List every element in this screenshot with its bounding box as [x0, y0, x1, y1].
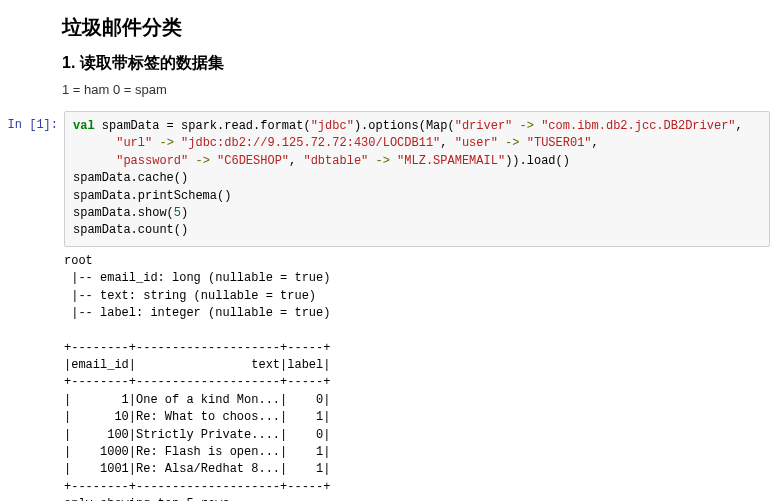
stdout-area: root |-- email_id: long (nullable = true… — [64, 247, 770, 501]
code-text: ) — [181, 206, 188, 220]
empty-prompt — [0, 247, 64, 253]
code-cell-1: In [1]: val spamData = spark.read.format… — [0, 111, 780, 247]
string-literal: "driver" — [455, 119, 513, 133]
stdout-row: root |-- email_id: long (nullable = true… — [0, 247, 780, 501]
code-text: = — [159, 119, 181, 133]
code-text: )).load() — [505, 154, 570, 168]
input-prompt: In [1]: — [0, 111, 64, 133]
arrow-op: -> — [498, 136, 527, 150]
notebook-root: 垃圾邮件分类 1. 读取带标签的数据集 1 = ham 0 = spam In … — [0, 14, 780, 501]
code-text: spark.read.format( — [181, 119, 311, 133]
string-literal: "password" — [116, 154, 188, 168]
string-literal: "jdbc:db2://9.125.72.72:430/LOCDB11" — [181, 136, 440, 150]
section-caption: 1 = ham 0 = spam — [62, 82, 768, 97]
code-text: spamData.cache() — [73, 171, 188, 185]
code-text: , — [592, 136, 599, 150]
section-title: 1. 读取带标签的数据集 — [62, 53, 768, 74]
string-literal: "user" — [455, 136, 498, 150]
string-literal: "dbtable" — [303, 154, 368, 168]
keyword-val: val — [73, 119, 95, 133]
code-text: spamData.show( — [73, 206, 174, 220]
string-literal: "jdbc" — [311, 119, 354, 133]
code-input-area[interactable]: val spamData = spark.read.format("jdbc")… — [64, 111, 770, 247]
arrow-op: -> — [512, 119, 541, 133]
code-text: spamData.printSchema() — [73, 189, 231, 203]
code-text: , — [736, 119, 743, 133]
arrow-op: -> — [368, 154, 397, 168]
string-literal: "TUSER01" — [527, 136, 592, 150]
page-title: 垃圾邮件分类 — [62, 14, 768, 41]
markdown-cell: 垃圾邮件分类 1. 读取带标签的数据集 1 = ham 0 = spam — [0, 14, 780, 97]
arrow-op: -> — [188, 154, 217, 168]
code-text: spamData.count() — [73, 223, 188, 237]
string-literal: "url" — [116, 136, 152, 150]
string-literal: "MLZ.SPAMEMAIL" — [397, 154, 505, 168]
number-literal: 5 — [174, 206, 181, 220]
string-literal: "com.ibm.db2.jcc.DB2Driver" — [541, 119, 735, 133]
code-text: spamData — [102, 119, 160, 133]
code-text: ).options(Map( — [354, 119, 455, 133]
string-literal: "C6DESHOP" — [217, 154, 289, 168]
arrow-op: -> — [152, 136, 181, 150]
